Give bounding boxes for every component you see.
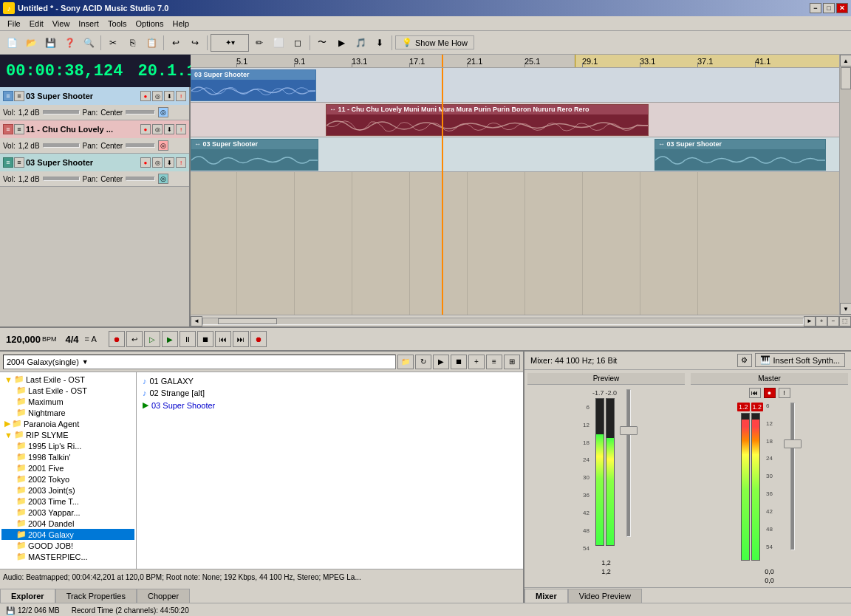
tree-item[interactable]: 📁 Nightmare	[1, 407, 134, 418]
track1-pan-slider[interactable]	[126, 110, 155, 114]
cut-button[interactable]: ✂	[104, 34, 122, 52]
track1-solo[interactable]: ◎	[152, 91, 163, 101]
tree-item[interactable]: ▶ 📁 Paranoia Agent	[1, 418, 134, 429]
insert-synth-btn[interactable]: 🎹 Insert Soft Synth...	[755, 353, 846, 367]
more-button[interactable]: ⬇	[371, 34, 389, 52]
preview-play-btn[interactable]: ▶	[433, 355, 449, 369]
tree-item[interactable]: 📁 2003 Time T...	[1, 496, 134, 507]
track2-pan-slider[interactable]	[126, 143, 155, 148]
track3-mute[interactable]: ●	[140, 157, 151, 168]
h-scroll-thumb[interactable]	[218, 318, 277, 324]
track3-expand2[interactable]: ≡	[14, 157, 24, 168]
zoom-out-btn[interactable]: −	[827, 316, 839, 326]
tool-erase[interactable]: ◻	[289, 34, 307, 52]
track3-expand[interactable]: ≡	[3, 157, 13, 168]
tree-item[interactable]: 📁 1995 Lip's Ri...	[1, 440, 134, 451]
track1-mute[interactable]: ●	[140, 91, 151, 101]
master-arm-btn[interactable]: ●	[764, 388, 776, 398]
new-button[interactable]: 📄	[3, 34, 21, 52]
master-solo-btn[interactable]: !	[779, 388, 790, 398]
folder-tree[interactable]: ▼ 📁 Last Exile - OST 📁 Last Exile - OST …	[0, 372, 137, 569]
master-mute-btn[interactable]: ⏮	[749, 388, 761, 398]
track1-settings[interactable]: ◎	[158, 107, 168, 117]
pause-btn[interactable]: ⏸	[180, 331, 196, 347]
fit-btn[interactable]: ⬚	[839, 316, 851, 326]
tree-item[interactable]: 📁 2002 Tokyo	[1, 473, 134, 485]
open-button[interactable]: 📂	[22, 34, 40, 52]
tree-item[interactable]: 📁 2003 Joint(s)	[1, 485, 134, 496]
preview-fader-thumb[interactable]	[620, 426, 638, 435]
render-button[interactable]: ▶	[332, 34, 350, 52]
track2-vol-slider[interactable]	[43, 143, 80, 148]
rewind-btn[interactable]: ⏮	[215, 331, 231, 347]
midi-button[interactable]: 🎵	[352, 34, 369, 52]
tree-item[interactable]: ▼ 📁 RIP SLYME	[1, 429, 134, 440]
track3-settings[interactable]: ◎	[158, 174, 168, 184]
show-me-how-button[interactable]: 💡 Show Me How	[395, 35, 474, 49]
track3-pan-slider[interactable]	[126, 177, 155, 181]
track3-clip-right[interactable]: ↔ 03 Super Shooter	[655, 139, 826, 171]
explorer-path[interactable]: 2004 Galaxy(single) ▼	[3, 355, 396, 369]
menu-view[interactable]: View	[48, 18, 75, 30]
envelope-button[interactable]: 〜	[313, 34, 331, 52]
play-btn[interactable]: ▶	[162, 331, 178, 347]
track1-arm[interactable]: ⬇	[164, 91, 174, 101]
menu-edit[interactable]: Edit	[25, 18, 48, 30]
track3-clip-left[interactable]: ↔ 03 Super Shooter	[191, 139, 318, 171]
track3-fx[interactable]: !	[176, 157, 186, 168]
paste-button[interactable]: 📋	[143, 34, 160, 52]
tab-chopper[interactable]: Chopper	[137, 589, 190, 603]
add-to-project-btn[interactable]: +	[468, 355, 485, 369]
close-button[interactable]: ✕	[836, 3, 848, 13]
scroll-down-btn[interactable]: ▼	[840, 303, 851, 315]
folder-up-btn[interactable]: 📁	[397, 355, 414, 369]
copy-button[interactable]: ⎘	[123, 34, 141, 52]
file-item[interactable]: ♪ 02 Strange [alt]	[140, 387, 520, 399]
menu-help[interactable]: Help	[168, 18, 194, 30]
maximize-button[interactable]: □	[823, 3, 835, 13]
redo-button[interactable]: ↪	[186, 34, 204, 52]
zoom-button[interactable]: 🔍	[80, 34, 98, 52]
track3-solo[interactable]: ◎	[152, 157, 163, 168]
tree-item[interactable]: 📁 1998 Talkin'	[1, 451, 134, 462]
scroll-thumb[interactable]	[841, 67, 851, 89]
track2-settings[interactable]: ◎	[158, 140, 168, 151]
tree-item[interactable]: 📁 Maximum	[1, 396, 134, 407]
file-item[interactable]: ♪ 01 GALAXY	[140, 375, 520, 387]
menu-insert[interactable]: Insert	[74, 18, 103, 30]
tool-draw[interactable]: ✏	[250, 34, 268, 52]
refresh-btn[interactable]: ↻	[415, 355, 431, 369]
loop-btn[interactable]: ↩	[126, 331, 143, 347]
help-button[interactable]: ❓	[61, 34, 78, 52]
menu-file[interactable]: File	[3, 18, 25, 30]
tree-item[interactable]: 📁 MASTERPIEC...	[1, 551, 134, 562]
fast-fwd-btn[interactable]: ⏭	[233, 331, 249, 347]
play-from-start-btn[interactable]: ▷	[144, 331, 160, 347]
tree-item[interactable]: 📁 2001 Five	[1, 462, 134, 473]
stop-btn[interactable]: ⏹	[197, 331, 213, 347]
tree-item-selected[interactable]: 📁 2004 Galaxy	[1, 529, 134, 540]
zoom-in-btn[interactable]: +	[816, 316, 827, 326]
tab-explorer[interactable]: Explorer	[0, 589, 55, 603]
tree-item[interactable]: 📁 2004 Dandel	[1, 518, 134, 529]
tool-select[interactable]: ✦▾	[211, 34, 249, 52]
track1-expand2[interactable]: ≡	[14, 91, 24, 101]
track1-fx[interactable]: !	[176, 91, 186, 101]
track1-vol-slider[interactable]	[43, 110, 80, 114]
save-button[interactable]: 💾	[41, 34, 59, 52]
track2-clip[interactable]: ↔ 11 - Chu Chu Lovely Muni Muni Mura Mur…	[326, 104, 649, 136]
minimize-button[interactable]: −	[810, 3, 821, 13]
master-fader-thumb[interactable]	[784, 439, 802, 448]
scroll-right-btn[interactable]: ►	[804, 316, 816, 326]
mixer-settings-btn[interactable]: ⚙	[737, 354, 752, 367]
track2-solo[interactable]: ◎	[152, 124, 163, 134]
track2-arm[interactable]: ⬇	[164, 124, 174, 134]
track2-mute[interactable]: ●	[140, 124, 151, 134]
track1-clip[interactable]: 03 Super Shooter	[191, 69, 316, 101]
track2-fx[interactable]: !	[176, 124, 186, 134]
tab-track-properties[interactable]: Track Properties	[55, 589, 137, 603]
track2-expand[interactable]: ≡	[3, 124, 13, 134]
tab-mixer[interactable]: Mixer	[524, 589, 568, 603]
view-toggle-btn[interactable]: ≡	[486, 355, 502, 369]
scroll-up-btn[interactable]: ▲	[840, 55, 851, 66]
